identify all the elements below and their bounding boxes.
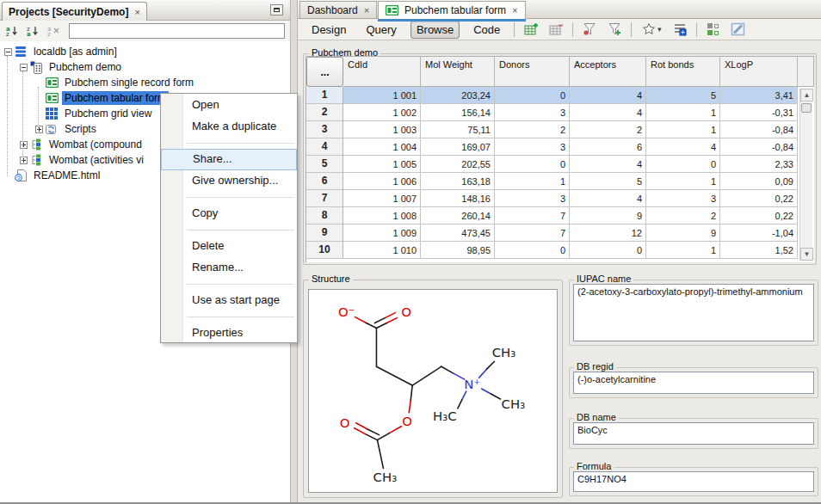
expand-toggle[interactable]	[17, 137, 29, 152]
formula-field[interactable]: C9H17NO4	[573, 471, 814, 492]
close-icon[interactable]: ×	[512, 5, 517, 15]
cell[interactable]: 0	[646, 156, 720, 173]
row-header[interactable]: 4	[306, 138, 343, 156]
cell[interactable]: 1 009	[343, 224, 421, 242]
cell[interactable]: 202,55	[421, 156, 495, 173]
cell[interactable]: 0	[495, 242, 570, 259]
cell[interactable]: 4	[570, 190, 646, 207]
mode-browse-button[interactable]: Browse	[410, 21, 460, 39]
cell[interactable]: 12	[570, 224, 646, 242]
column-header-mol-weight[interactable]: Mol Weight	[421, 57, 495, 87]
cell[interactable]: 3	[495, 104, 570, 121]
remove-widget-button[interactable]	[547, 21, 565, 38]
row-header[interactable]: 9	[306, 224, 343, 242]
tab-projects[interactable]: Projects [SecurityDemo] ×	[2, 2, 147, 21]
cell[interactable]: 0	[570, 242, 646, 259]
cell[interactable]: 1,52	[720, 242, 798, 259]
cell[interactable]: 3,41	[720, 87, 798, 104]
cell[interactable]: 4	[570, 156, 646, 173]
cell[interactable]: 148,16	[421, 190, 495, 207]
cell[interactable]: 4	[646, 138, 720, 156]
cell[interactable]: 473,45	[421, 224, 495, 242]
cell[interactable]: 2	[495, 121, 570, 138]
cell[interactable]: 3	[495, 138, 570, 156]
cell[interactable]: -1,04	[720, 224, 798, 242]
cell[interactable]: 1 005	[343, 156, 421, 173]
row-header[interactable]: 6	[306, 173, 343, 190]
cell[interactable]: 203,24	[421, 87, 495, 104]
expand-toggle[interactable]	[17, 152, 29, 168]
favorites-button[interactable]: ▾	[639, 21, 664, 38]
cell[interactable]: 3	[495, 190, 570, 207]
cell[interactable]: 4	[570, 87, 646, 104]
menu-item-give-ownership[interactable]: Give ownership...	[161, 170, 297, 192]
cell[interactable]: 1 001	[343, 87, 421, 104]
menu-item-use-as-start-page[interactable]: Use as start page	[161, 290, 297, 311]
sort-desc-button[interactable]: z a	[24, 23, 41, 39]
collapse-toggle[interactable]	[2, 44, 14, 59]
cell[interactable]: 1 003	[343, 121, 421, 138]
table-row[interactable]: 7 1 007 148,16 3 4 3 0,22	[306, 190, 814, 207]
cell[interactable]: 2	[646, 207, 720, 224]
table-row[interactable]: 3 1 003 75,11 2 2 1 -0,84	[306, 121, 814, 138]
db-regid-field[interactable]: (-)o-acetylcarnitine	[573, 372, 814, 394]
table-row[interactable]: 9 1 009 473,45 7 12 9 -1,04	[306, 224, 814, 242]
add-widget-button[interactable]	[522, 21, 540, 38]
cell[interactable]: 1	[646, 173, 720, 190]
cell[interactable]: -0,31	[720, 104, 798, 121]
cell[interactable]: 0,22	[720, 207, 798, 224]
scrollbar-thumb[interactable]	[801, 103, 812, 113]
menu-item-delete[interactable]: Delete	[161, 236, 297, 257]
tree-filter-input[interactable]	[69, 23, 285, 39]
vertical-scrollbar[interactable]: ▲ ▼	[799, 89, 812, 261]
menu-item-copy[interactable]: Copy	[161, 203, 297, 224]
structure-viewer[interactable]: O⁻ O CH₃ N⁺ CH₃ H₃C O O CH₃	[308, 289, 558, 493]
table-row[interactable]: 8 1 008 260,14 7 9 2 0,22	[306, 207, 814, 224]
sort-asc-button[interactable]: a z	[3, 23, 21, 39]
table-row[interactable]: 10 1 010 98,95 0 0 1 1,52	[306, 242, 814, 259]
cell[interactable]: 0,22	[720, 190, 798, 207]
cell[interactable]: 98,95	[421, 242, 495, 259]
form-design-button[interactable]	[730, 21, 747, 38]
column-header-donors[interactable]: Donors	[495, 57, 570, 87]
cell[interactable]: 1 004	[343, 138, 421, 156]
cell[interactable]: 6	[570, 138, 646, 156]
cell[interactable]: -0,84	[720, 138, 798, 156]
cell[interactable]: 2,33	[720, 156, 798, 173]
tree-item-pubchem-demo[interactable]: Pubchem demo	[0, 59, 290, 75]
menu-item-make-a-duplicate[interactable]: Make a duplicate	[161, 116, 297, 138]
column-header-cdid[interactable]: CdId	[343, 57, 421, 87]
filter-clear-button[interactable]	[581, 21, 598, 38]
cell[interactable]: 4	[570, 104, 646, 121]
cell[interactable]: 169,07	[421, 138, 495, 156]
mode-query-button[interactable]: Query	[360, 21, 402, 39]
cell[interactable]: 1	[646, 121, 720, 138]
table-row[interactable]: 6 1 006 163,18 1 5 1 0,09	[306, 173, 814, 190]
table-settings-button[interactable]	[671, 21, 688, 38]
row-header[interactable]: 2	[306, 104, 343, 121]
menu-item-share[interactable]: Share...	[161, 149, 297, 170]
menu-item-properties[interactable]: Properties	[161, 323, 297, 344]
cell[interactable]: 0	[495, 156, 570, 173]
expand-toggle[interactable]	[33, 121, 45, 137]
layout-grid-button[interactable]	[705, 21, 722, 38]
row-header[interactable]: 3	[306, 121, 343, 138]
row-header[interactable]: 10	[306, 242, 343, 259]
cell[interactable]: 1 007	[343, 190, 421, 207]
cell[interactable]: 1 006	[343, 173, 421, 190]
scroll-up-button[interactable]: ▲	[800, 89, 813, 101]
cell[interactable]: 0,09	[720, 173, 798, 190]
table-row[interactable]: 5 1 005 202,55 0 4 0 2,33	[306, 156, 814, 173]
menu-item-rename[interactable]: Rename...	[161, 257, 297, 279]
close-icon[interactable]: ×	[364, 5, 369, 15]
cell[interactable]: 9	[570, 207, 646, 224]
cell[interactable]: 7	[495, 224, 570, 242]
filter-add-button[interactable]	[606, 21, 623, 38]
mode-design-button[interactable]: Design	[306, 21, 352, 39]
close-icon[interactable]: ×	[134, 7, 139, 17]
cell[interactable]: 5	[646, 87, 720, 104]
row-header[interactable]: 8	[306, 207, 343, 224]
cell[interactable]: 163,18	[421, 173, 495, 190]
collapse-toggle[interactable]	[17, 59, 29, 75]
column-header-xlogp[interactable]: XLogP	[720, 57, 798, 87]
